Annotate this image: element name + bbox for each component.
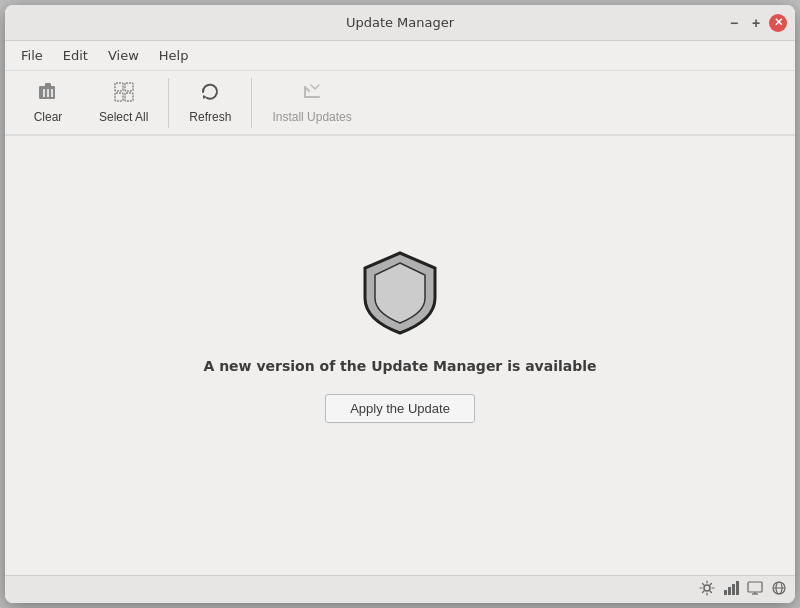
maximize-button[interactable]: + xyxy=(747,14,765,32)
settings-icon[interactable] xyxy=(699,580,715,599)
svg-rect-14 xyxy=(736,581,739,595)
refresh-label: Refresh xyxy=(189,110,231,124)
network-icon[interactable] xyxy=(723,580,739,599)
svg-rect-6 xyxy=(125,83,133,91)
main-content: A new version of the Update Manager is a… xyxy=(5,136,795,575)
menu-file[interactable]: File xyxy=(13,45,51,66)
minimize-button[interactable]: − xyxy=(725,14,743,32)
install-updates-icon xyxy=(301,81,323,106)
menu-edit[interactable]: Edit xyxy=(55,45,96,66)
refresh-icon xyxy=(199,81,221,106)
toolbar-separator-2 xyxy=(251,78,252,128)
toolbar: Clear Select All Refresh xyxy=(5,71,795,136)
clear-icon xyxy=(37,81,59,106)
svg-rect-5 xyxy=(115,83,123,91)
window-controls: − + ✕ xyxy=(725,14,787,32)
install-updates-button[interactable]: Install Updates xyxy=(256,75,367,130)
install-updates-label: Install Updates xyxy=(272,110,351,124)
close-button[interactable]: ✕ xyxy=(769,14,787,32)
clear-label: Clear xyxy=(34,110,63,124)
svg-rect-7 xyxy=(115,93,123,101)
window-title: Update Manager xyxy=(346,15,454,30)
refresh-button[interactable]: Refresh xyxy=(173,75,247,130)
update-message: A new version of the Update Manager is a… xyxy=(203,358,596,374)
select-all-label: Select All xyxy=(99,110,148,124)
svg-rect-1 xyxy=(45,83,51,87)
app-window: Update Manager − + ✕ File Edit View Help xyxy=(5,5,795,603)
monitor-icon[interactable] xyxy=(747,580,763,599)
statusbar xyxy=(5,575,795,603)
select-all-icon xyxy=(113,81,135,106)
titlebar: Update Manager − + ✕ xyxy=(5,5,795,41)
svg-rect-15 xyxy=(748,582,762,592)
svg-rect-12 xyxy=(728,587,731,595)
svg-rect-8 xyxy=(125,93,133,101)
maximize-icon: + xyxy=(752,16,760,30)
shield-icon xyxy=(360,248,440,338)
svg-point-10 xyxy=(704,585,710,591)
globe-icon[interactable] xyxy=(771,580,787,599)
toolbar-separator-1 xyxy=(168,78,169,128)
select-all-button[interactable]: Select All xyxy=(83,75,164,130)
minimize-icon: − xyxy=(730,16,738,30)
menubar: File Edit View Help xyxy=(5,41,795,71)
clear-button[interactable]: Clear xyxy=(13,75,83,130)
svg-rect-11 xyxy=(724,590,727,595)
svg-rect-13 xyxy=(732,584,735,595)
menu-view[interactable]: View xyxy=(100,45,147,66)
menu-help[interactable]: Help xyxy=(151,45,197,66)
apply-update-button[interactable]: Apply the Update xyxy=(325,394,475,423)
close-icon: ✕ xyxy=(774,17,783,28)
